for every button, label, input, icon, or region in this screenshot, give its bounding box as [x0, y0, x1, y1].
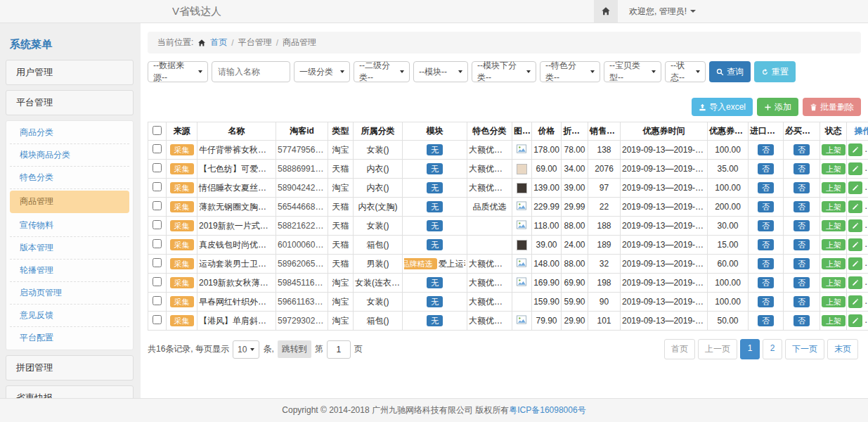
user-menu[interactable]: 欢迎您, 管理员!	[629, 6, 696, 18]
row-checkbox[interactable]	[153, 182, 162, 191]
sidebar-item-13[interactable]: 省惠快报	[6, 385, 134, 398]
edit-button[interactable]	[848, 219, 862, 232]
select-all-checkbox[interactable]	[153, 126, 162, 135]
module-badge[interactable]: 无	[427, 144, 443, 155]
jump-page-input[interactable]	[327, 340, 351, 359]
sidebar-item-1[interactable]: 平台管理	[6, 90, 134, 115]
row-checkbox[interactable]	[153, 163, 162, 172]
sidebar-item-9[interactable]: 启动页管理	[10, 282, 129, 305]
reset-button[interactable]: 重置	[754, 61, 796, 82]
row-checkbox[interactable]	[153, 277, 162, 286]
sidebar-item-5[interactable]: 商品管理	[10, 191, 129, 213]
row-checkbox[interactable]	[153, 201, 162, 210]
module-badge[interactable]: 无	[427, 163, 443, 174]
sidebar-item-7[interactable]: 版本管理	[10, 237, 129, 260]
status-badge[interactable]: 上架	[822, 258, 846, 269]
name-search-input[interactable]	[212, 61, 290, 82]
edit-button[interactable]	[848, 143, 862, 156]
imported-toggle-badge[interactable]: 否	[758, 315, 774, 326]
status-badge[interactable]: 上架	[822, 315, 846, 326]
icp-link[interactable]: 粤ICP备16098006号	[509, 404, 585, 416]
imported-toggle-badge[interactable]: 否	[758, 182, 774, 193]
imported-toggle-badge[interactable]: 否	[758, 296, 774, 307]
edit-button[interactable]	[848, 200, 862, 213]
edit-button[interactable]	[848, 295, 862, 308]
imported-toggle-badge[interactable]: 否	[758, 163, 774, 174]
filter-select-level1-category[interactable]: 一级分类	[294, 61, 350, 82]
edit-button[interactable]	[848, 162, 862, 175]
module-badge[interactable]: 无	[427, 315, 443, 326]
sidebar-item-10[interactable]: 意见反馈	[10, 305, 129, 327]
status-badge[interactable]: 上架	[822, 296, 846, 307]
edit-button[interactable]	[848, 181, 862, 194]
module-badge[interactable]: 无	[427, 220, 443, 231]
status-badge[interactable]: 上架	[822, 277, 846, 288]
row-checkbox[interactable]	[153, 258, 162, 267]
last-page-button[interactable]: 末页	[827, 339, 858, 359]
edit-button[interactable]	[848, 238, 862, 251]
sidebar-item-12[interactable]: 拼团管理	[6, 355, 134, 381]
filter-select-status[interactable]: --状态--	[665, 61, 706, 82]
row-checkbox[interactable]	[153, 144, 162, 153]
imported-toggle-badge[interactable]: 否	[758, 277, 774, 288]
row-checkbox[interactable]	[153, 239, 162, 248]
row-checkbox[interactable]	[153, 220, 162, 229]
must-buy-toggle-badge[interactable]: 否	[793, 144, 810, 155]
module-badge[interactable]: 无	[427, 182, 443, 193]
module-badge[interactable]: 无	[427, 296, 443, 307]
edit-button[interactable]	[848, 257, 862, 270]
filter-select-module-subcategory[interactable]: --模块下分类--	[472, 61, 536, 82]
must-buy-toggle-badge[interactable]: 否	[793, 296, 810, 307]
first-page-button[interactable]: 首页	[664, 339, 695, 359]
must-buy-toggle-badge[interactable]: 否	[793, 163, 810, 174]
module-badge[interactable]: 无	[427, 239, 443, 250]
filter-select-module[interactable]: --模块--	[413, 61, 468, 82]
module-badge[interactable]: 品牌精选	[404, 258, 437, 269]
row-checkbox[interactable]	[153, 315, 162, 324]
status-badge[interactable]: 上架	[822, 144, 846, 155]
module-badge[interactable]: 无	[427, 201, 443, 212]
status-badge[interactable]: 上架	[822, 220, 846, 231]
module-badge[interactable]: 无	[427, 277, 443, 288]
edit-button[interactable]	[848, 314, 862, 327]
sidebar-item-3[interactable]: 模块商品分类	[10, 144, 129, 167]
next-page-button[interactable]: 下一页	[785, 339, 824, 359]
edit-button[interactable]	[848, 276, 862, 289]
filter-select-level2-category[interactable]: --二级分类--	[354, 61, 410, 82]
per-page-select[interactable]: 10	[233, 340, 259, 359]
status-badge[interactable]: 上架	[822, 201, 846, 212]
row-checkbox[interactable]	[153, 296, 162, 305]
status-badge[interactable]: 上架	[822, 182, 846, 193]
page-2-button[interactable]: 2	[763, 339, 782, 359]
must-buy-toggle-badge[interactable]: 否	[793, 239, 810, 250]
imported-toggle-badge[interactable]: 否	[758, 258, 774, 269]
imported-toggle-badge[interactable]: 否	[758, 201, 774, 212]
prev-page-button[interactable]: 上一页	[698, 339, 737, 359]
sidebar-item-0[interactable]: 用户管理	[6, 60, 134, 85]
must-buy-toggle-badge[interactable]: 否	[793, 277, 810, 288]
sidebar-item-2[interactable]: 商品分类	[10, 122, 129, 144]
page-1-button[interactable]: 1	[740, 339, 760, 359]
imported-toggle-badge[interactable]: 否	[758, 220, 774, 231]
breadcrumb-home-link[interactable]: 首页	[210, 37, 227, 49]
sidebar-item-8[interactable]: 轮播管理	[10, 260, 129, 282]
status-badge[interactable]: 上架	[822, 239, 846, 250]
sidebar-item-6[interactable]: 宣传物料	[10, 215, 129, 237]
must-buy-toggle-badge[interactable]: 否	[793, 258, 810, 269]
jump-to-button[interactable]: 跳转到	[278, 340, 311, 358]
status-badge[interactable]: 上架	[822, 163, 846, 174]
filter-select-item-type[interactable]: --宝贝类型--	[604, 61, 661, 82]
add-button[interactable]: 添加	[757, 98, 798, 116]
sidebar-item-4[interactable]: 特色分类	[10, 167, 129, 189]
must-buy-toggle-badge[interactable]: 否	[793, 182, 810, 193]
sidebar-item-11[interactable]: 平台配置	[10, 327, 129, 349]
filter-select-feature-category[interactable]: --特色分类--	[540, 61, 600, 82]
must-buy-toggle-badge[interactable]: 否	[793, 201, 810, 212]
imported-toggle-badge[interactable]: 否	[758, 239, 774, 250]
imported-toggle-badge[interactable]: 否	[758, 144, 774, 155]
batch-delete-button[interactable]: 批量删除	[803, 98, 861, 116]
query-button[interactable]: 查询	[709, 61, 751, 82]
filter-select-data-source[interactable]: --数据来源--	[148, 61, 208, 82]
import-excel-button[interactable]: 导入excel	[692, 98, 753, 116]
must-buy-toggle-badge[interactable]: 否	[793, 220, 810, 231]
